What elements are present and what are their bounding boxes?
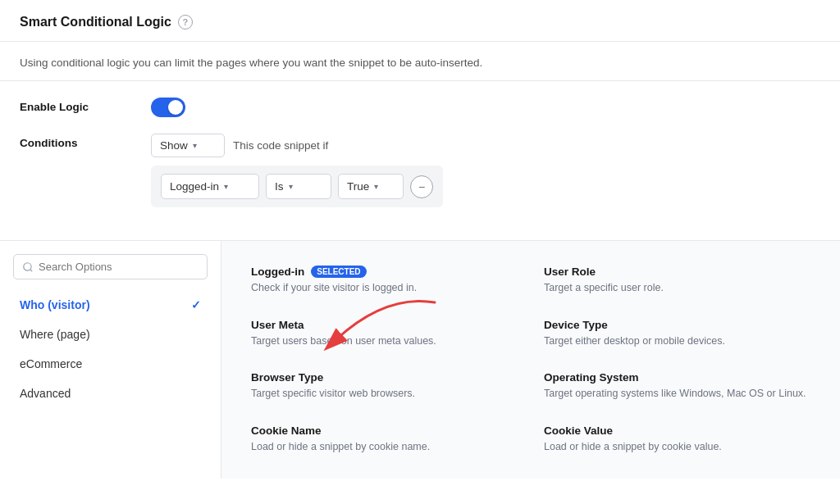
description-text: Using conditional logic you can limit th… [0,42,840,81]
option-title: Operating System [544,371,810,384]
sidebar-item-where[interactable]: Where (page) [13,320,208,348]
option-title: User Role [544,266,810,278]
settings-section: Enable Logic Conditions Show ▾ This code… [0,81,840,240]
true-value: True [347,180,369,193]
condition-text: This code snippet if [233,139,328,152]
true-select[interactable]: True ▾ [338,174,404,199]
enable-logic-toggle[interactable] [151,98,185,117]
option-desc: Target operating systems like Windows, M… [544,387,810,402]
search-icon [22,261,34,273]
conditions-top: Show ▾ This code snippet if [151,134,443,157]
conditions-row: Conditions Show ▾ This code snippet if L… [20,134,820,207]
option-title-text: User Meta [251,319,304,331]
sidebar-item-who-label: Who (visitor) [20,298,90,311]
option-title: User Meta [251,319,518,331]
option-title: Cookie Value [544,425,810,437]
check-icon: ✓ [191,298,201,311]
bottom-panel: Who (visitor) ✓ Where (page) eCommerce A… [0,240,840,479]
option-title: Device Type [544,319,810,331]
sidebar-nav: Who (visitor) ✓ Where (page) eCommerce A… [13,291,208,407]
is-select[interactable]: Is ▾ [266,174,331,199]
option-item-cookie-value[interactable]: Cookie Value Load or hide a snippet by c… [531,413,824,466]
show-select[interactable]: Show ▾ [151,134,225,157]
option-title-text: Operating System [544,371,639,384]
option-title-text: Browser Type [251,371,323,384]
option-title-text: Logged-in [251,266,304,278]
sidebar-item-ecommerce-label: eCommerce [20,357,82,370]
toggle-knob [168,100,183,115]
option-item-user-role[interactable]: User Role Target a specific user role. [531,254,824,307]
show-label: Show [160,139,188,152]
option-desc: Load or hide a snippet by cookie value. [544,440,810,455]
true-chevron-icon: ▾ [374,182,378,191]
option-desc: Target users based on user meta values. [251,334,518,349]
content-panel: Logged-inSELECTED Check if your site vis… [221,241,840,479]
content-wrapper: Logged-inSELECTED Check if your site vis… [221,241,840,479]
option-desc: Target a specific user role. [544,281,810,296]
help-icon[interactable]: ? [178,15,193,30]
is-chevron-icon: ▾ [289,182,293,191]
enable-logic-label: Enable Logic [20,98,151,113]
svg-line-1 [30,269,33,271]
toggle-wrapper [151,98,185,117]
option-desc: Target specific visitor web browsers. [251,387,518,402]
logged-in-value: Logged-in [170,180,219,193]
logged-in-select[interactable]: Logged-in ▾ [161,174,259,199]
option-title: Browser Type [251,371,518,384]
show-chevron-icon: ▾ [193,141,197,150]
sidebar-item-ecommerce[interactable]: eCommerce [13,350,208,378]
option-item-browser-type[interactable]: Browser Type Target specific visitor web… [238,360,531,413]
option-title-text: User Role [544,266,596,278]
remove-condition-button[interactable]: − [410,175,433,198]
option-desc: Check if your site visitor is logged in. [251,281,518,296]
sidebar-item-who[interactable]: Who (visitor) ✓ [13,291,208,319]
enable-logic-row: Enable Logic [20,98,820,117]
option-title: Logged-inSELECTED [251,266,518,278]
option-title-text: Device Type [544,319,608,331]
option-desc: Load or hide a snippet by cookie name. [251,440,518,455]
condition-row: Logged-in ▾ Is ▾ True ▾ − [151,166,443,207]
option-item-logged-in[interactable]: Logged-inSELECTED Check if your site vis… [238,254,531,307]
option-title-text: Cookie Name [251,425,322,437]
conditions-area: Show ▾ This code snippet if Logged-in ▾ … [151,134,443,207]
option-title-text: Cookie Value [544,425,613,437]
is-value: Is [275,180,284,193]
sidebar: Who (visitor) ✓ Where (page) eCommerce A… [0,241,221,479]
search-wrapper[interactable] [13,254,208,279]
header: Smart Conditional Logic ? [0,0,840,42]
page-title: Smart Conditional Logic [20,15,171,30]
search-input[interactable] [39,261,199,273]
option-item-device-type[interactable]: Device Type Target either desktop or mob… [531,307,824,361]
option-item-cookie-name[interactable]: Cookie Name Load or hide a snippet by co… [238,413,531,466]
sidebar-item-advanced-label: Advanced [20,387,71,400]
svg-point-0 [24,262,31,270]
options-grid: Logged-inSELECTED Check if your site vis… [238,254,824,465]
logged-in-chevron-icon: ▾ [224,182,228,191]
selected-badge: SELECTED [311,266,366,278]
option-title: Cookie Name [251,425,518,437]
option-item-operating-system[interactable]: Operating System Target operating system… [531,360,824,413]
conditions-label: Conditions [20,134,151,149]
page-container: Smart Conditional Logic ? Using conditio… [0,0,840,504]
option-item-user-meta[interactable]: User Meta Target users based on user met… [238,307,531,361]
sidebar-item-advanced[interactable]: Advanced [13,379,208,407]
sidebar-item-where-label: Where (page) [20,328,90,341]
option-desc: Target either desktop or mobile devices. [544,334,810,349]
